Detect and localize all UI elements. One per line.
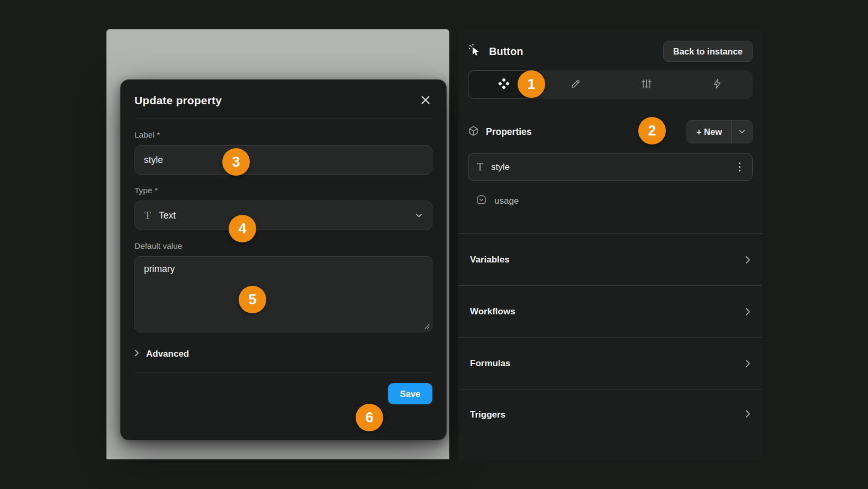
component-props-icon — [498, 78, 510, 92]
divider — [134, 119, 432, 119]
cube-icon — [468, 125, 479, 139]
update-property-modal: Update property Label * Type * T Text De… — [120, 79, 447, 440]
section-workflows[interactable]: Workflows — [458, 285, 762, 337]
chevron-right-icon — [745, 359, 751, 368]
property-name: style — [491, 162, 510, 173]
lightning-icon — [712, 78, 722, 91]
sliders-icon — [641, 78, 652, 92]
type-select-value: Text — [159, 210, 176, 221]
new-property-label: + New — [687, 121, 731, 143]
new-property-dropdown[interactable] — [732, 121, 752, 143]
panel-title: Button — [489, 46, 523, 58]
tab-actions[interactable] — [682, 70, 753, 99]
annotation-badge-2: 2 — [638, 117, 666, 144]
modal-title: Update property — [134, 94, 222, 107]
app-screenshot: Update property Label * Type * T Text De… — [0, 0, 868, 489]
text-type-icon: T — [144, 210, 151, 221]
annotation-badge-3: 3 — [222, 148, 250, 176]
tab-settings[interactable] — [611, 70, 682, 99]
chevron-down-icon — [415, 211, 422, 220]
chevron-right-icon — [745, 256, 751, 264]
properties-heading: Properties — [486, 126, 532, 138]
tab-edit[interactable] — [540, 70, 611, 99]
interactive-cursor-icon — [468, 43, 482, 59]
text-type-icon: T — [477, 161, 483, 173]
section-formulas[interactable]: Formulas — [458, 337, 762, 389]
back-to-instance-button[interactable]: Back to instance — [663, 41, 753, 62]
save-button[interactable]: Save — [388, 383, 432, 404]
property-row-style[interactable]: T style — [468, 153, 753, 181]
label-input[interactable] — [134, 145, 432, 175]
label-field-label: Label * — [134, 130, 432, 140]
chevron-right-icon — [745, 307, 751, 316]
new-property-button[interactable]: + New — [686, 120, 753, 143]
kebab-menu-icon[interactable] — [736, 159, 744, 175]
default-value-textarea[interactable]: primary — [134, 256, 432, 332]
default-value-label: Default value — [134, 241, 432, 251]
type-select[interactable]: T Text — [134, 201, 432, 230]
annotation-badge-6: 6 — [356, 404, 383, 431]
close-button[interactable] — [419, 93, 432, 108]
property-row-usage[interactable]: usage — [468, 188, 753, 214]
section-label: Variables — [470, 255, 510, 265]
divider — [134, 372, 432, 373]
advanced-toggle[interactable]: Advanced — [134, 347, 432, 361]
section-variables[interactable]: Variables — [458, 233, 762, 285]
pencil-icon — [570, 78, 581, 92]
annotation-badge-4: 4 — [229, 215, 256, 242]
property-name: usage — [494, 196, 519, 206]
type-field-label: Type * — [134, 186, 432, 195]
annotation-badge-5: 5 — [239, 286, 266, 313]
section-label: Formulas — [470, 358, 511, 369]
section-label: Triggers — [470, 410, 505, 420]
resize-handle[interactable] — [423, 323, 430, 329]
component-panel: Button Back to instance — [458, 29, 762, 460]
close-icon — [421, 95, 430, 106]
chevron-right-icon — [134, 349, 139, 359]
annotation-badge-1: 1 — [518, 70, 545, 98]
select-type-icon — [476, 195, 486, 207]
section-label: Workflows — [470, 306, 516, 317]
panel-tabbar — [468, 70, 753, 99]
chevron-right-icon — [745, 410, 751, 418]
section-triggers[interactable]: Triggers — [458, 389, 762, 460]
advanced-label: Advanced — [146, 349, 189, 359]
